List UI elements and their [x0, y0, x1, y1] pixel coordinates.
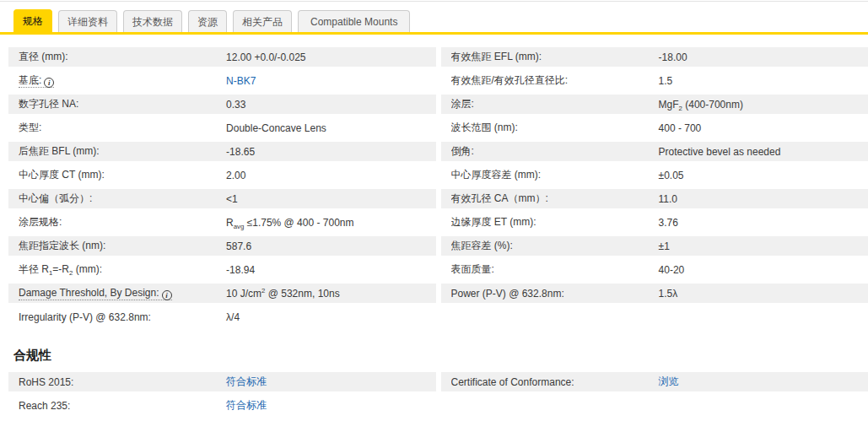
spec-label: RoHS 2015: [19, 376, 226, 388]
spec-label: 直径 (mm): [19, 50, 226, 64]
spec-table: 直径 (mm): 12.00 +0.0/-0.025 基底:i N-BK7 数字… [0, 47, 868, 331]
spec-value: -18.65 [226, 146, 425, 158]
spec-row-ct: 中心厚度 CT (mm): 2.00 [8, 165, 436, 185]
spec-label: 有效焦距 EFL (mm): [451, 50, 659, 64]
spec-row-ct-tolerance: 中心厚度容差 (mm): ±0.05 [441, 165, 868, 185]
compliance-table-right: Certificate of Conformance: 浏览 [441, 372, 868, 419]
spec-value: 2.00 [226, 170, 425, 181]
spec-row-centration: 中心偏（弧分）: <1 [8, 189, 436, 208]
spec-label: Damage Threshold, By Design:i [19, 287, 226, 300]
spec-row-surface-quality: 表面质量: 40-20 [441, 260, 868, 279]
spec-row-bevel: 倒角: Protective bevel as needed [441, 142, 868, 161]
spec-label: 基底:i [19, 73, 226, 88]
spec-label: 数字孔径 NA: [19, 97, 226, 111]
spec-label: 后焦距 BFL (mm): [19, 144, 226, 159]
spec-label: 倒角: [451, 144, 659, 159]
compliance-row-coc: Certificate of Conformance: 浏览 [441, 372, 868, 392]
spec-label: Power (P-V) @ 632.8nm: [451, 288, 659, 300]
spec-row-radius: 半径 R1=-R2 (mm): -18.94 [8, 260, 436, 279]
spec-table-right: 有效焦距 EFL (mm): -18.00 有效焦距/有效孔径直径比: 1.5 … [441, 47, 868, 331]
spec-row-clear-aperture: 有效孔径 CA（mm）: 11.0 [441, 189, 868, 208]
spec-row-wavelength-range: 波长范围 (nm): 400 - 700 [441, 118, 868, 138]
spec-label: 边缘厚度 ET (mm): [451, 215, 659, 230]
spec-row-efl: 有效焦距 EFL (mm): -18.00 [441, 47, 868, 67]
compliance-heading: 合规性 [13, 348, 868, 364]
spec-row-irregularity: Irregularity (P-V) @ 632.8nm: λ/4 [8, 307, 436, 327]
reach-compliant-link[interactable]: 符合标准 [226, 399, 267, 411]
info-icon[interactable]: i [44, 78, 54, 88]
spec-row-na: 数字孔径 NA: 0.33 [8, 94, 436, 114]
spec-tabs: 规格 详细资料 技术数据 资源 相关产品 Compatible Mounts [0, 2, 868, 35]
spec-value: 1.5 [659, 75, 858, 87]
spec-value: 40-20 [659, 264, 858, 276]
spec-value: Double-Concave Lens [226, 122, 425, 134]
spec-value: Protective bevel as needed [659, 146, 858, 158]
info-icon[interactable]: i [162, 290, 172, 300]
spec-label: Certificate of Conformance: [451, 376, 659, 388]
spec-label: 中心厚度 CT (mm): [19, 168, 226, 182]
spec-value: 12.00 +0.0/-0.025 [226, 51, 425, 63]
spec-value: 587.6 [226, 240, 425, 252]
spec-label: 焦距容差 (%): [451, 239, 659, 253]
spec-table-left: 直径 (mm): 12.00 +0.0/-0.025 基底:i N-BK7 数字… [8, 47, 436, 331]
spec-value: -18.00 [659, 51, 858, 63]
spec-label: 类型: [19, 121, 226, 135]
tab-related-products[interactable]: 相关产品 [233, 10, 292, 32]
spec-row-coating-spec: 涂层规格: Ravg ≤1.75% @ 400 - 700nm [8, 213, 436, 232]
spec-label: 有效孔径 CA（mm）: [451, 192, 659, 206]
spec-row-design-wavelength: 焦距指定波长 (nm): 587.6 [8, 236, 436, 256]
tab-resources[interactable]: 资源 [188, 10, 227, 32]
spec-value: ±1 [659, 240, 858, 252]
tab-specs[interactable]: 规格 [13, 9, 52, 32]
compliance-table-left: RoHS 2015: 符合标准 Reach 235: 符合标准 [8, 372, 436, 419]
tab-tech-data[interactable]: 技术数据 [123, 10, 182, 32]
spec-value: 11.0 [659, 193, 858, 205]
tab-details[interactable]: 详细资料 [58, 10, 117, 32]
tab-compatible-mounts[interactable]: Compatible Mounts [298, 10, 410, 32]
substrate-link[interactable]: N-BK7 [226, 75, 256, 87]
spec-row-damage-threshold: Damage Threshold, By Design:i 10 J/cm2 @… [8, 284, 436, 303]
spec-value: -18.94 [226, 264, 425, 276]
spec-row-power: Power (P-V) @ 632.8nm: 1.5λ [441, 284, 868, 303]
spec-label: Reach 235: [19, 400, 226, 412]
spec-row-type: 类型: Double-Concave Lens [8, 118, 436, 138]
spec-row-focal-tolerance: 焦距容差 (%): ±1 [441, 236, 868, 256]
spec-value: MgF2 (400-700nm) [659, 99, 858, 111]
spec-row-f-number: 有效焦距/有效孔径直径比: 1.5 [441, 71, 868, 90]
compliance-row-reach: Reach 235: 符合标准 [8, 396, 436, 415]
spec-label: 表面质量: [451, 262, 659, 277]
spec-label: 波长范围 (nm): [451, 121, 659, 135]
spec-label: 半径 R1=-R2 (mm): [19, 262, 226, 277]
spec-value: 10 J/cm2 @ 532nm, 10ns [226, 288, 425, 300]
compliance-table: RoHS 2015: 符合标准 Reach 235: 符合标准 Certific… [0, 372, 868, 419]
spec-row-substrate: 基底:i N-BK7 [8, 71, 436, 90]
spec-row-et: 边缘厚度 ET (mm): 3.76 [441, 213, 868, 232]
spec-row-coating: 涂层: MgF2 (400-700nm) [441, 94, 868, 114]
compliance-row-rohs: RoHS 2015: 符合标准 [8, 372, 436, 392]
spec-value: λ/4 [226, 311, 425, 323]
spec-label: 涂层: [451, 97, 659, 111]
spec-label: 涂层规格: [19, 215, 226, 230]
coc-browse-link[interactable]: 浏览 [659, 375, 679, 387]
spec-value: <1 [226, 193, 425, 205]
spec-label: 有效焦距/有效孔径直径比: [451, 73, 659, 88]
substrate-tooltip[interactable]: 基底:i [19, 74, 54, 88]
spec-value: 400 - 700 [659, 122, 858, 134]
spec-value: 0.33 [226, 99, 425, 111]
spec-value: Ravg ≤1.75% @ 400 - 700nm [226, 217, 425, 229]
spec-value: 1.5λ [659, 288, 858, 300]
spec-label: 中心偏（弧分）: [19, 192, 226, 206]
spec-value: ±0.05 [659, 170, 858, 181]
spec-row-diameter: 直径 (mm): 12.00 +0.0/-0.025 [8, 47, 436, 67]
spec-label: 焦距指定波长 (nm): [19, 239, 226, 253]
spec-label: 中心厚度容差 (mm): [451, 168, 659, 182]
spec-value: 3.76 [659, 217, 858, 229]
spec-label: Irregularity (P-V) @ 632.8nm: [19, 311, 226, 323]
spec-row-bfl: 后焦距 BFL (mm): -18.65 [8, 142, 436, 161]
rohs-compliant-link[interactable]: 符合标准 [226, 375, 267, 387]
damage-threshold-tooltip[interactable]: Damage Threshold, By Design:i [19, 287, 172, 300]
